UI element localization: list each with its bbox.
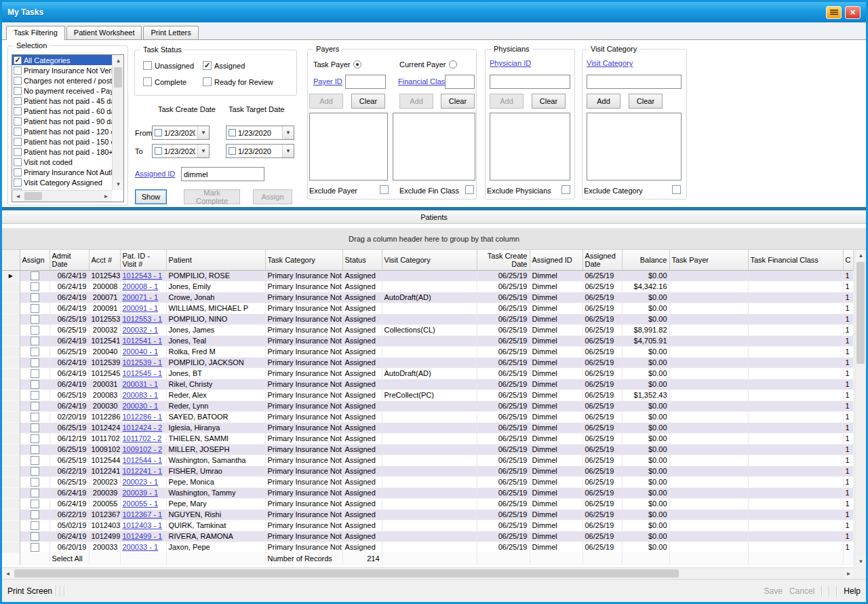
patient-visit-link[interactable]: 1012541 - 1 (123, 337, 163, 345)
assign-button[interactable]: Assign (253, 189, 292, 204)
task-payer-option[interactable]: Task Payer (313, 60, 361, 69)
column-header-11[interactable]: Balance (622, 250, 669, 270)
selection-item-checkbox[interactable] (14, 148, 22, 156)
physician-clear-button[interactable]: Clear (532, 94, 566, 109)
selection-item-checkbox[interactable] (14, 77, 22, 85)
assigned-id-link[interactable]: Assigned ID (135, 170, 175, 178)
patient-visit-link[interactable]: 1012543 - 1 (123, 271, 163, 280)
selection-item-checkbox[interactable] (14, 107, 22, 115)
payer-list[interactable] (309, 113, 388, 181)
assign-checkbox[interactable] (31, 326, 39, 335)
scrollbar-thumb[interactable] (24, 192, 42, 200)
assign-checkbox[interactable] (31, 413, 39, 421)
selection-item-checkbox[interactable] (14, 117, 22, 126)
scrollbar-thumb[interactable] (114, 67, 122, 88)
patient-visit-link[interactable]: 200033 - 1 (123, 543, 159, 551)
patient-visit-link[interactable]: 1012241 - 1 (123, 467, 163, 475)
patient-visit-link[interactable]: 1012367 - 1 (123, 510, 163, 518)
task-status-checkbox[interactable] (203, 77, 212, 86)
physician-list[interactable] (490, 113, 570, 181)
task-status-option[interactable]: Ready for Review (203, 77, 273, 86)
close-button[interactable]: ✕ (845, 6, 861, 19)
assign-checkbox[interactable] (31, 445, 39, 454)
assign-checkbox[interactable] (31, 478, 39, 487)
assign-checkbox[interactable] (31, 489, 39, 497)
chevron-down-icon[interactable]: ▼ (197, 145, 209, 157)
select-all-button[interactable]: Select All (50, 552, 89, 564)
selection-item-checkbox[interactable] (14, 138, 22, 146)
print-screen-button[interactable]: Print Screen (7, 586, 52, 596)
column-header-2[interactable]: Acct # (89, 250, 120, 270)
tab-task-filtering[interactable]: Task Filtering (6, 26, 65, 40)
cancel-button[interactable]: Cancel (789, 586, 814, 596)
to-target-date-picker[interactable]: 1/23/2020 ▼ (226, 144, 294, 158)
patient-visit-link[interactable]: 1012424 - 2 (123, 423, 163, 432)
scroll-down-icon[interactable]: ▼ (113, 178, 124, 190)
scroll-right-icon[interactable]: ► (100, 191, 112, 202)
selection-item-checkbox[interactable] (14, 87, 22, 95)
selection-item-checkbox[interactable] (14, 97, 22, 105)
patient-visit-link[interactable]: 200032 - 1 (123, 326, 159, 334)
patient-visit-link[interactable]: 1009102 - 2 (123, 445, 163, 453)
selection-item-checkbox[interactable] (14, 158, 22, 166)
patient-visit-link[interactable]: 1012544 - 1 (123, 456, 163, 464)
patient-visit-link[interactable]: 200030 - 1 (123, 402, 159, 410)
patient-visit-link[interactable]: 1012545 - 1 (123, 369, 163, 377)
date-enable-checkbox[interactable] (155, 147, 162, 155)
assign-checkbox[interactable] (31, 510, 39, 519)
payer-clear-button[interactable]: Clear (351, 94, 385, 109)
exclude-fin-class-checkbox[interactable] (465, 185, 474, 194)
selection-item-checkbox[interactable] (14, 168, 22, 176)
financial-class-list[interactable] (393, 113, 475, 181)
selection-item[interactable]: Patient has not paid - 45 da (12, 96, 112, 106)
chevron-down-icon[interactable]: ▼ (282, 145, 294, 157)
task-status-option[interactable]: Assigned (203, 61, 245, 70)
date-enable-checkbox[interactable] (229, 147, 236, 155)
visit-category-list[interactable] (587, 113, 682, 181)
financial-class-input[interactable] (445, 75, 475, 89)
financial-class-add-button[interactable]: Add (399, 94, 433, 109)
assign-checkbox[interactable] (31, 521, 39, 530)
save-button[interactable]: Save (764, 586, 783, 596)
patient-visit-link[interactable]: 200071 - 1 (123, 293, 159, 301)
scroll-left-icon[interactable]: ◄ (12, 191, 24, 202)
to-create-date-picker[interactable]: 1/23/2020 ▼ (152, 144, 210, 158)
selection-item[interactable]: Charges not entered / poste (12, 75, 112, 86)
task-status-checkbox[interactable] (143, 77, 152, 86)
selection-item[interactable]: Primary Insurance Not Auth (12, 167, 112, 177)
date-enable-checkbox[interactable] (155, 129, 162, 136)
physician-id-input[interactable] (490, 75, 570, 89)
patient-visit-link[interactable]: 1012539 - 1 (123, 358, 163, 366)
visit-category-input[interactable] (587, 75, 682, 89)
from-target-date-picker[interactable]: 1/23/2020 ▼ (226, 126, 294, 140)
patient-visit-link[interactable]: 200040 - 1 (123, 347, 159, 356)
assign-checkbox[interactable] (31, 532, 39, 541)
payer-add-button[interactable]: Add (309, 94, 343, 109)
patient-visit-link[interactable]: 200039 - 1 (123, 489, 159, 497)
scroll-right-icon[interactable]: ► (843, 568, 854, 579)
assign-checkbox[interactable] (31, 380, 39, 389)
selection-item[interactable]: Primary Insurance Not Verif (12, 65, 112, 75)
column-header-6[interactable]: Status (342, 250, 382, 270)
selection-item-checkbox[interactable] (14, 178, 22, 187)
group-by-panel[interactable]: Drag a column header here to group by th… (2, 228, 866, 250)
selection-item-checkbox[interactable] (14, 128, 22, 136)
selection-listbox[interactable]: All CategoriesPrimary Insurance Not Veri… (12, 54, 124, 202)
column-header-13[interactable]: Task Financial Class (748, 250, 843, 270)
selection-item[interactable]: Patient has not paid - 180+ (12, 147, 112, 157)
assign-checkbox[interactable] (31, 391, 39, 400)
patient-visit-link[interactable]: 200091 - 1 (123, 304, 159, 312)
task-status-checkbox[interactable] (203, 61, 212, 70)
physician-id-link[interactable]: Physician ID (490, 59, 531, 67)
task-status-option[interactable]: Unassigned (143, 61, 194, 70)
assign-checkbox[interactable] (31, 369, 39, 378)
tab-patient-worksheet[interactable]: Patient Worksheet (66, 26, 142, 39)
task-status-option[interactable]: Complete (143, 77, 186, 86)
selection-item-checkbox[interactable] (14, 67, 22, 75)
scroll-up-icon[interactable]: ▲ (113, 55, 124, 67)
current-payer-radio[interactable] (449, 60, 457, 69)
column-header-0[interactable]: Assign (20, 250, 50, 270)
visit-category-link[interactable]: Visit Category (587, 59, 633, 67)
chevron-down-icon[interactable]: ▼ (197, 126, 209, 139)
visit-category-clear-button[interactable]: Clear (629, 94, 663, 109)
